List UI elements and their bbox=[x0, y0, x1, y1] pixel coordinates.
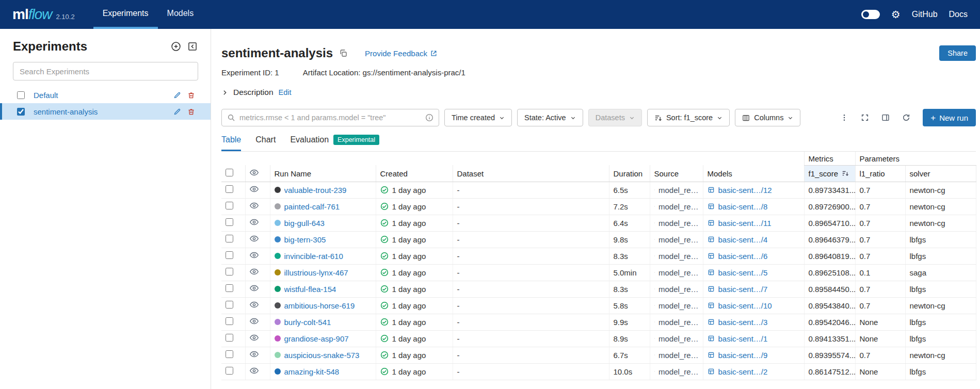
experiment-checkbox[interactable] bbox=[17, 91, 25, 99]
column-header-solver[interactable]: solver bbox=[905, 165, 976, 182]
fullscreen-icon[interactable] bbox=[861, 114, 869, 122]
eye-icon[interactable] bbox=[250, 234, 259, 243]
experiment-list-item-default[interactable]: Default bbox=[0, 87, 211, 103]
run-name-link[interactable]: wistful-flea-154 bbox=[284, 285, 336, 294]
experiment-name[interactable]: sentiment-analysis bbox=[34, 107, 167, 116]
runs-search-box[interactable] bbox=[221, 109, 439, 126]
table-row[interactable]: ambitious-horse-619 1 day ago - 5.8s mod… bbox=[221, 297, 976, 314]
run-name-link[interactable]: grandiose-asp-907 bbox=[284, 334, 349, 343]
run-name-link[interactable]: big-tern-305 bbox=[284, 235, 326, 244]
table-row[interactable]: painted-calf-761 1 day ago - 7.2s model_… bbox=[221, 198, 976, 215]
copy-icon[interactable] bbox=[339, 49, 347, 57]
run-model-link[interactable]: basic-sent…/6 bbox=[718, 252, 768, 261]
run-model-link[interactable]: basic-sent…/10 bbox=[718, 301, 772, 310]
run-model-link[interactable]: basic-sent…/11 bbox=[718, 219, 772, 228]
eye-icon[interactable] bbox=[250, 366, 259, 375]
column-header-models[interactable]: Models bbox=[703, 165, 804, 182]
run-name-link[interactable]: ambitious-horse-619 bbox=[284, 301, 355, 310]
row-checkbox[interactable] bbox=[226, 334, 233, 342]
eye-icon[interactable] bbox=[250, 317, 259, 326]
run-model-link[interactable]: basic-sent…/2 bbox=[718, 367, 768, 376]
search-experiments-input[interactable] bbox=[13, 62, 198, 80]
run-model-link[interactable]: basic-sent…/4 bbox=[718, 235, 768, 244]
column-header-run-name[interactable]: Run Name bbox=[270, 165, 376, 182]
nav-tab-experiments[interactable]: Experiments bbox=[93, 0, 158, 29]
github-link[interactable]: GitHub bbox=[912, 10, 938, 19]
row-checkbox[interactable] bbox=[226, 301, 233, 309]
run-source[interactable]: model_re… bbox=[658, 334, 699, 343]
gear-icon[interactable]: ⚙ bbox=[891, 9, 901, 20]
sort-dropdown[interactable]: Sort: f1_score bbox=[647, 109, 730, 126]
run-source[interactable]: model_re… bbox=[658, 202, 699, 211]
run-model-link[interactable]: basic-sent…/3 bbox=[718, 318, 768, 327]
row-checkbox[interactable] bbox=[226, 235, 233, 242]
eye-icon[interactable] bbox=[250, 185, 259, 193]
select-all-checkbox[interactable] bbox=[226, 169, 233, 176]
run-name-link[interactable]: amazing-kit-548 bbox=[284, 367, 340, 376]
chevron-right-icon[interactable] bbox=[221, 89, 228, 96]
tab-evaluation[interactable]: Evaluation Experimental bbox=[290, 135, 379, 151]
eye-icon[interactable] bbox=[250, 201, 259, 210]
run-source[interactable]: model_re… bbox=[658, 301, 699, 310]
run-model-link[interactable]: basic-sent…/5 bbox=[718, 268, 768, 277]
sort-descending-icon[interactable] bbox=[842, 170, 849, 177]
experiment-checkbox[interactable] bbox=[17, 108, 25, 116]
refresh-icon[interactable] bbox=[902, 114, 910, 122]
run-model-link[interactable]: basic-sent…/9 bbox=[718, 351, 768, 360]
table-row[interactable]: illustrious-lynx-467 1 day ago - 5.0min … bbox=[221, 264, 976, 281]
run-name-link[interactable]: auspicious-snake-573 bbox=[284, 351, 360, 360]
add-experiment-icon[interactable] bbox=[171, 41, 181, 52]
run-source[interactable]: model_re… bbox=[658, 186, 699, 194]
nav-tab-models[interactable]: Models bbox=[158, 0, 203, 29]
rename-experiment-icon[interactable] bbox=[173, 108, 181, 116]
run-name-link[interactable]: valuable-trout-239 bbox=[284, 186, 347, 194]
column-header-created[interactable]: Created bbox=[376, 165, 453, 182]
info-icon[interactable] bbox=[425, 114, 433, 122]
column-header-duration[interactable]: Duration bbox=[609, 165, 650, 182]
eye-icon[interactable] bbox=[250, 251, 259, 260]
run-name-link[interactable]: burly-colt-541 bbox=[284, 318, 331, 327]
run-model-link[interactable]: basic-sent…/8 bbox=[718, 202, 768, 211]
run-source[interactable]: model_re… bbox=[658, 219, 699, 228]
eye-icon[interactable] bbox=[250, 284, 259, 293]
run-name-link[interactable]: big-gull-643 bbox=[284, 219, 325, 228]
theme-toggle[interactable] bbox=[861, 10, 880, 19]
row-checkbox[interactable] bbox=[226, 317, 233, 325]
visibility-column-eye-icon[interactable] bbox=[250, 168, 259, 177]
table-row[interactable]: valuable-trout-239 1 day ago - 6.5s mode… bbox=[221, 182, 976, 198]
time-created-dropdown[interactable]: Time created bbox=[444, 109, 512, 126]
docs-link[interactable]: Docs bbox=[949, 10, 968, 19]
eye-icon[interactable] bbox=[250, 267, 259, 276]
experiment-list-item-sentiment-analysis[interactable]: sentiment-analysis bbox=[0, 103, 211, 120]
eye-icon[interactable] bbox=[250, 350, 259, 359]
run-name-link[interactable]: painted-calf-761 bbox=[284, 202, 340, 211]
table-row[interactable]: wistful-flea-154 1 day ago - 8.3s model_… bbox=[221, 281, 976, 297]
delete-experiment-icon[interactable] bbox=[187, 91, 195, 99]
delete-experiment-icon[interactable] bbox=[187, 108, 195, 116]
table-row[interactable]: big-tern-305 1 day ago - 9.8s model_re… … bbox=[221, 231, 976, 248]
edit-description-link[interactable]: Edit bbox=[279, 88, 292, 96]
table-row[interactable]: big-gull-643 1 day ago - 6.4s model_re… … bbox=[221, 215, 976, 231]
run-model-link[interactable]: basic-sent…/7 bbox=[718, 285, 768, 294]
mlflow-logo[interactable]: mlflow 2.10.2 bbox=[12, 0, 75, 29]
row-checkbox[interactable] bbox=[226, 284, 233, 292]
eye-icon[interactable] bbox=[250, 333, 259, 342]
run-name-link[interactable]: illustrious-lynx-467 bbox=[284, 268, 348, 277]
column-header-source[interactable]: Source bbox=[650, 165, 703, 182]
experiment-name[interactable]: Default bbox=[34, 91, 167, 100]
runs-search-input[interactable] bbox=[239, 114, 421, 122]
run-source[interactable]: model_re… bbox=[658, 351, 699, 360]
table-row[interactable]: auspicious-snake-573 1 day ago - 6.7s mo… bbox=[221, 347, 976, 363]
collapse-sidebar-icon[interactable] bbox=[187, 41, 198, 52]
run-source[interactable]: model_re… bbox=[658, 235, 699, 244]
column-header-l1-ratio[interactable]: l1_ratio bbox=[855, 165, 905, 182]
run-name-link[interactable]: invincible-rat-610 bbox=[284, 252, 343, 261]
column-header-dataset[interactable]: Dataset bbox=[453, 165, 609, 182]
side-panel-icon[interactable] bbox=[881, 114, 890, 122]
rename-experiment-icon[interactable] bbox=[173, 91, 181, 99]
table-row[interactable]: amazing-kit-548 1 day ago - 10.0s model_… bbox=[221, 363, 976, 380]
row-checkbox[interactable] bbox=[226, 350, 233, 358]
run-source[interactable]: model_re… bbox=[658, 318, 699, 327]
run-model-link[interactable]: basic-sent…/1 bbox=[718, 334, 768, 343]
run-model-link[interactable]: basic-sent…/12 bbox=[718, 186, 772, 194]
